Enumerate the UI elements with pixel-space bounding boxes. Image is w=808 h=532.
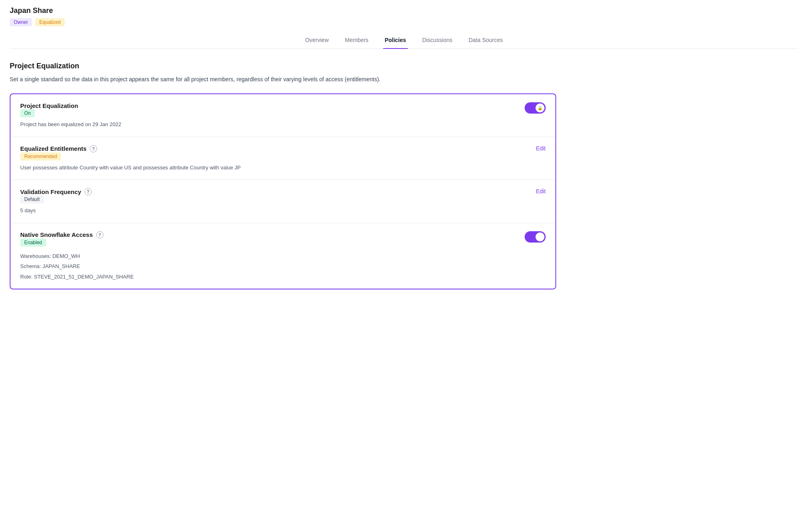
section-description: Set a single standard so the data in thi…	[10, 75, 556, 84]
policy-row-validation-frequency: Validation Frequency ? Edit Default 5 da…	[11, 180, 555, 223]
nav-tabs: Overview Members Policies Discussions Da…	[10, 33, 798, 49]
row-title-project-equalization: Project Equalization	[20, 102, 546, 109]
snowflake-line-warehouse: Warehouses: DEMO_WH	[20, 252, 546, 260]
tab-overview[interactable]: Overview	[304, 33, 330, 49]
tab-data-sources[interactable]: Data Sources	[467, 33, 504, 49]
owner-badge: Owner	[10, 18, 32, 26]
status-badge-enabled: Enabled	[20, 239, 46, 247]
equalization-toggle-container: 🔒	[525, 102, 546, 114]
policy-row-project-equalization: Project Equalization On Project has been…	[11, 94, 555, 137]
status-badge-on: On	[20, 109, 35, 117]
snowflake-line-role: Role: STEVE_2021_51_DEMO_JAPAN_SHARE	[20, 273, 546, 281]
header: Japan Share Owner Equalized Overview Mem…	[0, 0, 808, 49]
help-icon-snowflake[interactable]: ?	[96, 231, 103, 239]
tab-members[interactable]: Members	[343, 33, 370, 49]
status-badge-recommended: Recommended	[20, 152, 61, 160]
equalized-badge: Equalized	[35, 18, 65, 26]
snowflake-lines: Warehouses: DEMO_WH Schema: JAPAN_SHARE …	[20, 252, 546, 281]
toggle-knob: 🔒	[536, 103, 544, 112]
header-badges: Owner Equalized	[10, 18, 798, 26]
equalization-date-text: Project has been equalized on 29 Jan 202…	[20, 120, 546, 129]
edit-entitlements-button[interactable]: Edit	[536, 145, 546, 152]
project-title: Japan Share	[10, 6, 798, 15]
policy-row-equalized-entitlements: Equalized Entitlements ? Edit Recommende…	[11, 137, 555, 180]
section-title: Project Equalization	[10, 62, 556, 70]
tab-discussions[interactable]: Discussions	[421, 33, 454, 49]
main-content: Project Equalization Set a single standa…	[0, 49, 566, 302]
equalization-toggle[interactable]: 🔒	[525, 102, 546, 114]
validation-actions: Edit	[536, 188, 546, 194]
lock-icon: 🔒	[538, 106, 542, 110]
row-title-validation-frequency: Validation Frequency ?	[20, 188, 546, 195]
snowflake-toggle-container	[525, 231, 546, 243]
row-title-equalized-entitlements: Equalized Entitlements ?	[20, 145, 546, 152]
entitlements-actions: Edit	[536, 145, 546, 152]
snowflake-line-schema: Schema: JAPAN_SHARE	[20, 262, 546, 270]
help-icon-entitlements[interactable]: ?	[90, 145, 97, 152]
status-badge-default: Default	[20, 195, 44, 203]
snowflake-toggle[interactable]	[525, 231, 546, 243]
row-title-native-snowflake: Native Snowflake Access ?	[20, 231, 546, 239]
policy-row-native-snowflake: Native Snowflake Access ? Enabled Wareho…	[11, 223, 555, 289]
validation-days-text: 5 days	[20, 207, 546, 215]
edit-validation-button[interactable]: Edit	[536, 188, 546, 194]
snowflake-toggle-knob	[536, 232, 544, 241]
help-icon-validation[interactable]: ?	[84, 188, 92, 195]
policy-card: Project Equalization On Project has been…	[10, 93, 556, 289]
tab-policies[interactable]: Policies	[383, 33, 408, 49]
entitlements-description: User possesses attribute Country with va…	[20, 164, 546, 172]
